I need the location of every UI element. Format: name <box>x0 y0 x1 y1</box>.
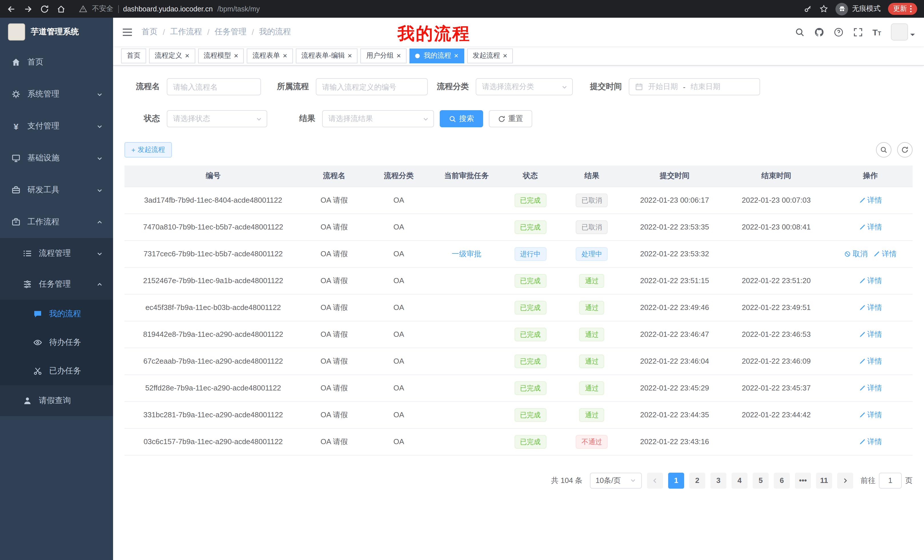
cell-current-task <box>431 401 502 428</box>
search-icon[interactable] <box>795 27 804 37</box>
home-browser-icon[interactable] <box>57 4 66 13</box>
status-select[interactable]: 请选择状态 <box>167 110 267 127</box>
forward-icon[interactable] <box>23 4 33 13</box>
sidebar-item-home[interactable]: 首页 <box>0 46 113 78</box>
cell-end-time: 2022-01-22 23:45:37 <box>724 374 828 401</box>
cell-status: 已完成 <box>502 374 559 401</box>
tab-process-form[interactable]: 流程表单× <box>247 48 292 63</box>
close-icon[interactable]: × <box>348 52 352 59</box>
tab-user-group[interactable]: 用户分组× <box>361 48 406 63</box>
cell-submit-time: 2022-01-22 23:43:16 <box>625 428 724 455</box>
sidebar-item-payment[interactable]: ¥ 支付管理 <box>0 110 113 142</box>
close-icon[interactable]: × <box>397 52 401 59</box>
cell-process-name: OA 请假 <box>302 374 366 401</box>
user-menu[interactable] <box>891 23 915 40</box>
header-result: 结果 <box>559 166 625 187</box>
address-separator <box>118 5 118 13</box>
page-button-3[interactable]: 3 <box>710 472 726 488</box>
page-button-2[interactable]: 2 <box>689 472 705 488</box>
page-button-6[interactable]: 6 <box>774 472 790 488</box>
cell-status: 已完成 <box>502 267 559 294</box>
sidebar-item-devtools[interactable]: 研发工具 <box>0 174 113 206</box>
reload-icon[interactable] <box>40 4 49 13</box>
back-icon[interactable] <box>7 4 16 13</box>
sidebar-item-leave-query[interactable]: 请假查询 <box>0 385 113 416</box>
sidebar-item-infrastructure[interactable]: 基础设施 <box>0 142 113 174</box>
date-end-placeholder: 结束日期 <box>691 82 720 92</box>
bookmark-star-icon[interactable] <box>819 4 828 13</box>
fullscreen-icon[interactable] <box>853 27 862 37</box>
github-icon[interactable] <box>814 27 824 37</box>
hamburger-icon[interactable] <box>122 28 132 36</box>
close-icon[interactable]: × <box>234 52 238 59</box>
detail-button[interactable]: 详情 <box>859 276 882 286</box>
page-button-4[interactable]: 4 <box>732 472 747 488</box>
update-button[interactable]: 更新 <box>888 3 917 15</box>
page-button-11[interactable]: 11 <box>816 472 832 488</box>
current-task-link[interactable]: 一级审批 <box>452 249 482 258</box>
cell-current-task <box>431 267 502 294</box>
reset-button[interactable]: 重置 <box>489 110 532 127</box>
cell-category: OA <box>366 294 431 321</box>
breadcrumb-home[interactable]: 首页 <box>142 27 158 37</box>
sidebar-item-done-tasks[interactable]: 已办任务 <box>0 357 113 385</box>
detail-button[interactable]: 详情 <box>859 410 882 420</box>
sidebar-item-system[interactable]: 系统管理 <box>0 78 113 110</box>
breadcrumb-workflow[interactable]: 工作流程 <box>170 27 202 37</box>
detail-button[interactable]: 详情 <box>859 222 882 232</box>
cell-id: 03c6c157-7b9a-11ec-a290-acde48001122 <box>124 428 302 455</box>
page-size-select[interactable]: 10条/页 <box>590 472 642 488</box>
page-button-5[interactable]: 5 <box>753 472 769 488</box>
more-pages-button[interactable]: ••• <box>795 472 811 488</box>
parent-process-input[interactable] <box>316 78 428 95</box>
toggle-search-button[interactable] <box>876 142 891 157</box>
sidebar-item-process-management[interactable]: 流程管理 <box>0 238 113 269</box>
table-header-row: 编号 流程名 流程分类 当前审批任务 状态 结果 提交时间 结束时间 操作 <box>124 166 913 187</box>
page-button-1[interactable]: 1 <box>668 472 684 488</box>
tab-process-model[interactable]: 流程模型× <box>198 48 244 63</box>
result-select[interactable]: 请选择流结果 <box>322 110 434 127</box>
submit-time-range-picker[interactable]: 开始日期 - 结束日期 <box>629 78 760 95</box>
goto-page-input[interactable] <box>879 472 902 488</box>
tab-start-process[interactable]: 发起流程× <box>467 48 513 63</box>
detail-button[interactable]: 详情 <box>859 356 882 366</box>
cell-result: 已取消 <box>559 214 625 240</box>
font-size-icon[interactable]: TT <box>872 28 881 36</box>
help-icon[interactable] <box>834 27 843 37</box>
tab-my-process[interactable]: 我的流程× <box>410 48 464 63</box>
cell-end-time: 2022-01-23 00:07:03 <box>724 187 828 214</box>
close-icon[interactable]: × <box>454 52 458 59</box>
close-icon[interactable]: × <box>283 52 287 59</box>
close-icon[interactable]: × <box>185 52 189 59</box>
tab-process-definition[interactable]: 流程定义× <box>149 48 195 63</box>
tab-home[interactable]: 首页 <box>121 48 146 63</box>
breadcrumb-task-management[interactable]: 任务管理 <box>215 27 247 37</box>
detail-button[interactable]: 详情 <box>859 329 882 339</box>
detail-button[interactable]: 详情 <box>859 302 882 313</box>
scissors-icon <box>33 367 42 376</box>
sidebar-item-my-process[interactable]: 我的流程 <box>0 300 113 328</box>
detail-button[interactable]: 详情 <box>859 436 882 447</box>
search-button[interactable]: 搜索 <box>440 110 483 127</box>
tab-process-form-edit[interactable]: 流程表单-编辑× <box>296 48 358 63</box>
key-icon[interactable] <box>804 4 812 13</box>
sidebar-item-workflow[interactable]: 工作流程 <box>0 206 113 238</box>
detail-button[interactable]: 详情 <box>859 195 882 205</box>
sidebar-item-todo-tasks[interactable]: 待办任务 <box>0 328 113 357</box>
category-select[interactable]: 请选择流程分类 <box>476 78 573 95</box>
detail-button[interactable]: 详情 <box>873 249 897 259</box>
prev-page-button[interactable] <box>647 472 663 488</box>
edit-icon <box>859 385 866 391</box>
start-process-button[interactable]: + 发起流程 <box>124 142 172 157</box>
next-page-button[interactable] <box>837 472 853 488</box>
process-name-input[interactable] <box>167 78 261 95</box>
menu-dots-icon[interactable] <box>910 5 912 13</box>
refresh-table-button[interactable] <box>897 142 913 157</box>
logo-title: 芋道管理系统 <box>31 27 79 37</box>
sidebar-item-task-management[interactable]: 任务管理 <box>0 269 113 300</box>
close-icon[interactable]: × <box>503 52 507 59</box>
cell-process-name: OA 请假 <box>302 347 366 374</box>
address-bar[interactable]: 不安全 dashboard.yudao.iocoder.cn/bpm/task/… <box>79 4 260 14</box>
detail-button[interactable]: 详情 <box>859 383 882 393</box>
cancel-button[interactable]: 取消 <box>844 249 867 259</box>
